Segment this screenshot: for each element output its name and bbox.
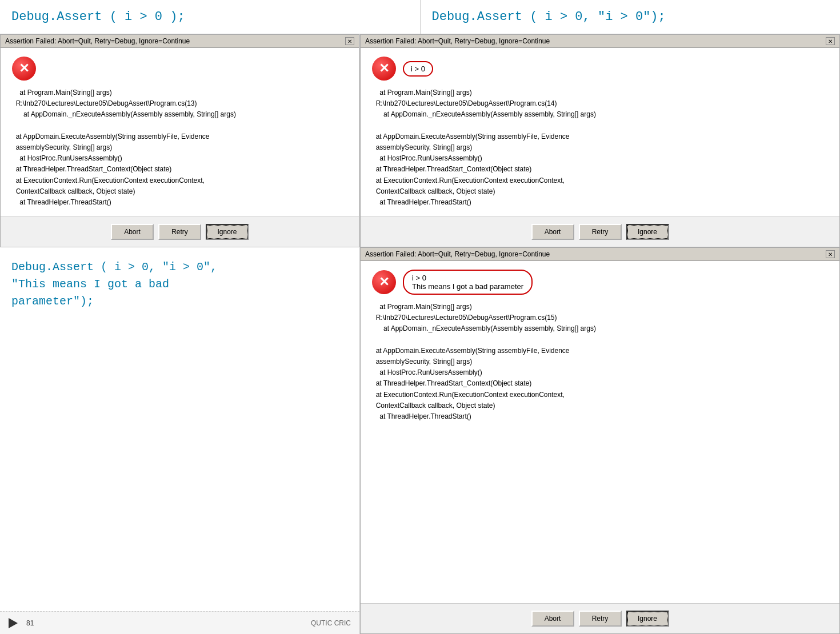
dialog-2-titlebar: Assertion Failed: Abort=Quit, Retry=Debu… bbox=[361, 35, 839, 48]
error-icon-3: ✕ bbox=[372, 270, 396, 294]
error-x-3: ✕ bbox=[379, 276, 389, 288]
top-label-right: Debug.Assert ( i > 0, "i > 0"); bbox=[420, 0, 841, 34]
dialog-1: Assertion Failed: Abort=Quit, Retry=Debu… bbox=[0, 34, 359, 247]
dialog-1-title: Assertion Failed: Abort=Quit, Retry=Debu… bbox=[5, 37, 190, 45]
error-icon-1: ✕ bbox=[12, 57, 36, 81]
dialog-1-titlebar: Assertion Failed: Abort=Quit, Retry=Debu… bbox=[1, 35, 359, 48]
dialog-3: Assertion Failed: Abort=Quit, Retry=Debu… bbox=[360, 247, 840, 634]
dialog-3-titlebar: Assertion Failed: Abort=Quit, Retry=Debu… bbox=[361, 248, 839, 261]
top-label-left-text: Debug.Assert ( i > 0 ); bbox=[11, 10, 185, 24]
error-x-2: ✕ bbox=[379, 62, 389, 75]
left-column: Assertion Failed: Abort=Quit, Retry=Debu… bbox=[0, 34, 360, 634]
bottom-code-section: Debug.Assert ( i > 0, "i > 0", "This mea… bbox=[0, 247, 359, 611]
dialog-1-retry-button[interactable]: Retry bbox=[158, 224, 201, 240]
top-label-right-text: Debug.Assert ( i > 0, "i > 0"); bbox=[432, 10, 666, 24]
error-x-1: ✕ bbox=[19, 62, 29, 75]
dialog-1-content: ✕ at Program.Main(String[] args) R:\Inb2… bbox=[1, 48, 359, 216]
right-column: Assertion Failed: Abort=Quit, Retry=Debu… bbox=[360, 34, 840, 634]
dialog-1-icon-row: ✕ bbox=[12, 57, 347, 81]
dialog-3-message-bubble: i > 0 This means I got a bad parameter bbox=[403, 270, 533, 295]
dialog-3-buttons: Abort Retry Ignore bbox=[361, 603, 839, 633]
dialog-1-buttons: Abort Retry Ignore bbox=[1, 216, 359, 247]
watermark: QUTIC CRIC bbox=[311, 619, 351, 627]
dialog-1-ignore-button[interactable]: Ignore bbox=[206, 224, 249, 240]
top-labels: Debug.Assert ( i > 0 ); Debug.Assert ( i… bbox=[0, 0, 840, 34]
error-circle-3: ✕ bbox=[372, 270, 396, 294]
dialog-3-msg-line2: This means I got a bad parameter bbox=[412, 282, 523, 291]
dialog-3-icon-row: ✕ i > 0 This means I got a bad parameter bbox=[372, 270, 828, 295]
dialog-2-ignore-button[interactable]: Ignore bbox=[626, 224, 669, 240]
dialog-2: Assertion Failed: Abort=Quit, Retry=Debu… bbox=[360, 34, 840, 247]
code-line-1: Debug.Assert ( i > 0, "i > 0", bbox=[11, 259, 348, 276]
code-line-2: "This means I got a bad bbox=[11, 276, 348, 293]
dialog-2-close-button[interactable]: ✕ bbox=[826, 37, 835, 45]
bottom-bar: 81 QUTIC CRIC bbox=[0, 611, 359, 634]
dialog-3-msg-line1: i > 0 bbox=[412, 274, 523, 282]
dialog-1-close-button[interactable]: ✕ bbox=[345, 37, 354, 45]
dialog-2-stack-trace: at Program.Main(String[] args) R:\Inb270… bbox=[372, 87, 828, 208]
main-area: Assertion Failed: Abort=Quit, Retry=Debu… bbox=[0, 34, 840, 634]
dialog-2-message: i > 0 bbox=[403, 61, 433, 77]
dialog-3-content: ✕ i > 0 This means I got a bad parameter… bbox=[361, 261, 839, 603]
error-icon-2: ✕ bbox=[372, 57, 396, 81]
top-label-left: Debug.Assert ( i > 0 ); bbox=[0, 0, 420, 34]
dialog-3-ignore-button[interactable]: Ignore bbox=[626, 611, 669, 627]
error-circle-2: ✕ bbox=[372, 57, 396, 81]
dialog-3-retry-button[interactable]: Retry bbox=[579, 611, 622, 627]
dialog-2-title: Assertion Failed: Abort=Quit, Retry=Debu… bbox=[365, 37, 550, 45]
dialog-3-title: Assertion Failed: Abort=Quit, Retry=Debu… bbox=[365, 250, 550, 258]
dialog-2-content: ✕ i > 0 at Program.Main(String[] args) R… bbox=[361, 48, 839, 216]
dialog-1-abort-button[interactable]: Abort bbox=[111, 224, 154, 240]
dialog-3-abort-button[interactable]: Abort bbox=[531, 611, 574, 627]
code-line-3: parameter"); bbox=[11, 293, 348, 310]
dialog-1-stack-trace: at Program.Main(String[] args) R:\Inb270… bbox=[12, 87, 347, 208]
dialog-3-close-button[interactable]: ✕ bbox=[826, 250, 835, 258]
dialog-2-buttons: Abort Retry Ignore bbox=[361, 216, 839, 247]
dialog-2-retry-button[interactable]: Retry bbox=[579, 224, 622, 240]
dialog-2-abort-button[interactable]: Abort bbox=[531, 224, 574, 240]
error-circle-1: ✕ bbox=[12, 57, 36, 81]
line-number: 81 bbox=[26, 619, 34, 627]
dialog-2-icon-row: ✕ i > 0 bbox=[372, 57, 828, 81]
play-button[interactable] bbox=[9, 618, 18, 628]
dialog-3-stack-trace: at Program.Main(String[] args) R:\Inb270… bbox=[372, 302, 828, 422]
